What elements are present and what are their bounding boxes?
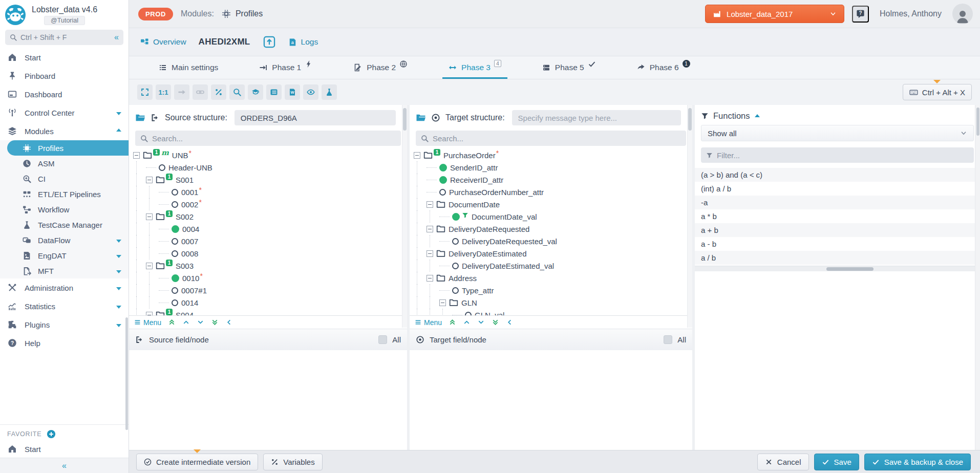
cancel-button[interactable]: Cancel bbox=[757, 454, 809, 470]
sidebar-item-etl-elt-pipelines[interactable]: ETL/ELT Pipelines bbox=[0, 186, 129, 202]
scroll-bottom-icon[interactable] bbox=[211, 318, 219, 326]
sidebar-item-help[interactable]: ?Help bbox=[0, 334, 129, 352]
target-node-receiverid-attr[interactable]: ReceiverID_attr bbox=[410, 174, 692, 186]
target-node-type-attr[interactable]: Type_attr bbox=[410, 284, 692, 296]
collapse-box-icon[interactable] bbox=[133, 152, 140, 159]
one-to-one-button[interactable]: 1:1 bbox=[156, 84, 171, 100]
function-item[interactable]: a - b bbox=[695, 237, 975, 251]
sidebar-scrollbar[interactable] bbox=[125, 317, 128, 430]
collapse-box-icon[interactable] bbox=[146, 177, 153, 183]
sidebar-item-statistics[interactable]: Statistics bbox=[0, 297, 129, 315]
sidebar-item-testcase-manager[interactable]: TestCase Manager bbox=[0, 217, 129, 232]
tab-phase-3[interactable]: Phase 34 bbox=[442, 56, 507, 79]
save-backup-close-button[interactable]: Save & backup & close bbox=[864, 454, 971, 470]
function-item[interactable]: a / b bbox=[695, 251, 975, 265]
collapse-sidebar-icon[interactable]: « bbox=[62, 461, 67, 470]
sidebar-item-control-center[interactable]: Control Center bbox=[0, 103, 129, 122]
function-item[interactable]: (a > b) and (a < c) bbox=[695, 168, 975, 182]
target-node-gln-val[interactable]: GLN_val bbox=[410, 309, 692, 315]
export-profile-button[interactable] bbox=[263, 35, 276, 49]
scroll-top-icon[interactable] bbox=[168, 318, 176, 326]
sidebar-search-input[interactable] bbox=[20, 33, 111, 41]
source-structure-input[interactable] bbox=[235, 110, 396, 125]
source-node-0008[interactable]: 0008 bbox=[129, 247, 407, 260]
add-favorite-icon[interactable] bbox=[47, 429, 56, 439]
sidebar-item-workflow[interactable]: Workflow bbox=[0, 202, 129, 217]
chevron-down-icon[interactable] bbox=[116, 255, 121, 258]
sidebar-item-dataflow[interactable]: DataFlow bbox=[0, 232, 129, 248]
source-node-unb[interactable]: 1mUNB* bbox=[129, 149, 407, 161]
collapse-box-icon[interactable] bbox=[146, 263, 153, 269]
sidebar-item-profiles[interactable]: Profiles bbox=[7, 140, 129, 156]
tab-phase-1[interactable]: Phase 1 bbox=[253, 56, 319, 79]
sidebar-search[interactable]: « bbox=[5, 30, 123, 45]
target-node-deliverydateestimated-val[interactable]: DeliveryDateEstimated_val bbox=[410, 260, 692, 272]
test-button[interactable] bbox=[322, 84, 337, 100]
preview-button[interactable] bbox=[303, 84, 318, 100]
link-button[interactable] bbox=[193, 84, 208, 100]
collapse-box-icon[interactable] bbox=[146, 312, 153, 316]
source-node-0004[interactable]: 0004 bbox=[129, 223, 407, 235]
collapse-box-icon[interactable] bbox=[146, 213, 153, 220]
scroll-up-icon[interactable] bbox=[182, 318, 190, 326]
target-node-purchaseorder[interactable]: 1PurchaseOrder* bbox=[410, 149, 692, 161]
tutorial-button[interactable] bbox=[248, 84, 263, 100]
save-button[interactable]: Save bbox=[814, 454, 859, 470]
scroll-down-icon[interactable] bbox=[477, 318, 485, 326]
function-item[interactable]: -a bbox=[695, 196, 975, 209]
source-scrollbar-thumb[interactable] bbox=[403, 108, 407, 131]
search-button[interactable] bbox=[229, 84, 245, 100]
sidebar-item-engdat[interactable]: EngDAT bbox=[0, 248, 129, 263]
forward-button[interactable] bbox=[174, 84, 189, 100]
tab-phase-5[interactable]: Phase 5 bbox=[536, 56, 602, 79]
word-export-button[interactable]: W bbox=[285, 84, 300, 100]
tab-main-settings[interactable]: Main settings bbox=[153, 56, 224, 79]
source-search[interactable] bbox=[135, 131, 401, 146]
source-node-s002[interactable]: 1S002 bbox=[129, 210, 407, 223]
target-node-purchaseordernumber-attr[interactable]: PurchaseOrderNumber_attr bbox=[410, 186, 692, 198]
source-node-0010[interactable]: 0010* bbox=[129, 272, 407, 284]
avatar[interactable] bbox=[952, 4, 973, 24]
source-menu-button[interactable]: Menu bbox=[134, 318, 161, 327]
chevron-down-icon[interactable] bbox=[116, 270, 121, 273]
sidebar-item-pinboard[interactable]: Pinboard bbox=[0, 67, 129, 85]
target-node-deliverydaterequested[interactable]: DeliveryDateRequested bbox=[410, 223, 692, 235]
sidebar-item-asm[interactable]: ASM bbox=[0, 156, 129, 171]
lobster-logo-icon[interactable] bbox=[5, 5, 26, 25]
collapse-box-icon[interactable] bbox=[439, 299, 446, 306]
open-folder-icon[interactable] bbox=[416, 113, 426, 123]
source-node-s004[interactable]: 1S004 bbox=[129, 309, 407, 315]
scroll-top-icon[interactable] bbox=[449, 318, 456, 326]
client-selector-button[interactable]: Lobster_data_2017 bbox=[705, 5, 844, 23]
tab-phase-2[interactable]: Phase 2 bbox=[348, 56, 414, 79]
collapse-box-icon[interactable] bbox=[427, 226, 433, 232]
source-node-s003[interactable]: 1S003 bbox=[129, 260, 407, 272]
sidebar-item-dashboard[interactable]: Dashboard bbox=[0, 85, 129, 103]
source-node-0007[interactable]: 0007 bbox=[129, 235, 407, 247]
sidebar-item-plugins[interactable]: Plugins bbox=[0, 315, 129, 334]
target-search-input[interactable] bbox=[433, 134, 681, 143]
target-node-address[interactable]: Address bbox=[410, 272, 692, 284]
chevron-down-icon[interactable] bbox=[116, 324, 121, 327]
collapse-box-icon[interactable] bbox=[427, 250, 433, 257]
collapse-panel-icon[interactable] bbox=[755, 114, 760, 117]
tab-phase-6[interactable]: Phase 61 bbox=[631, 56, 696, 79]
collapse-box-icon[interactable] bbox=[427, 201, 433, 208]
chevron-up-icon[interactable] bbox=[116, 128, 121, 132]
target-structure-input[interactable] bbox=[512, 110, 681, 125]
fullscreen-button[interactable] bbox=[137, 84, 153, 100]
source-node-0002[interactable]: 0002* bbox=[129, 198, 407, 210]
source-node-0007-1[interactable]: 0007#1 bbox=[129, 284, 407, 296]
create-intermediate-version-button[interactable]: Create intermediate version bbox=[136, 454, 258, 470]
target-node-senderid-attr[interactable]: SenderID_attr bbox=[410, 161, 692, 174]
source-node-s001[interactable]: 1S001 bbox=[129, 174, 407, 186]
collapse-box-icon[interactable] bbox=[427, 275, 433, 282]
function-item[interactable]: (int) a / b bbox=[695, 182, 975, 196]
sidebar-item-mft[interactable]: MFT bbox=[0, 263, 129, 278]
chevron-down-icon[interactable] bbox=[116, 240, 121, 243]
scroll-bottom-icon[interactable] bbox=[492, 318, 499, 326]
table-view-button[interactable] bbox=[266, 84, 282, 100]
variables-button[interactable]: Variables bbox=[263, 454, 322, 470]
functions-filter[interactable] bbox=[701, 147, 974, 163]
collapse-box-icon[interactable] bbox=[414, 152, 420, 159]
